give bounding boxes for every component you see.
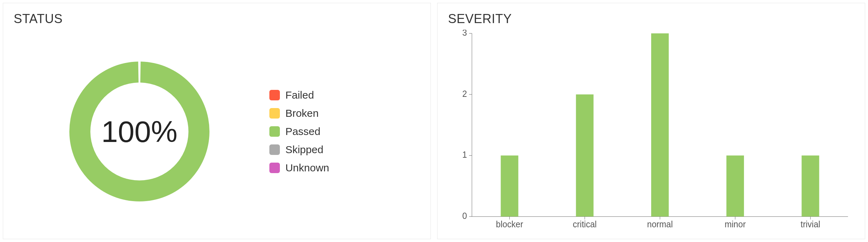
bar-blocker [501,156,518,217]
legend-swatch-icon [269,126,280,137]
bar-minor [726,156,744,217]
y-tick-label: 0 [462,211,467,220]
x-tick-label: minor [725,219,746,229]
legend-label: Skipped [285,144,323,156]
bar-normal [651,33,669,216]
legend-label: Unknown [285,162,329,174]
status-panel-body: 100% FailedBrokenPassedSkippedUnknown [13,30,421,233]
severity-panel-body: 0123blockercriticalnormalminortrivial [447,30,855,233]
y-tick-label: 2 [462,89,467,98]
x-tick-label: normal [647,219,673,229]
y-tick-label: 3 [462,30,467,37]
status-panel-title: STATUS [14,12,421,26]
legend-label: Passed [285,126,321,137]
x-tick-label: trivial [800,219,820,229]
legend-item-failed[interactable]: Failed [269,89,421,101]
legend-label: Broken [285,107,319,119]
bar-critical [576,94,593,216]
x-tick-label: blocker [496,219,523,229]
bar-trivial [801,156,819,217]
dashboard: STATUS 100% FailedBrokenPassedSkippedUnk… [0,0,868,242]
legend-item-passed[interactable]: Passed [269,126,421,137]
legend-label: Failed [285,89,314,101]
severity-bar-chart: 0123blockercriticalnormalminortrivial [447,30,855,233]
legend-item-unknown[interactable]: Unknown [269,162,421,174]
severity-panel: SEVERITY 0123blockercriticalnormalminort… [437,3,865,239]
status-center-label: 100% [101,115,177,148]
legend-item-broken[interactable]: Broken [269,107,421,119]
legend-item-skipped[interactable]: Skipped [269,144,421,156]
legend-swatch-icon [269,90,280,100]
legend-swatch-icon [269,144,280,155]
legend-swatch-icon [269,108,280,119]
y-tick-label: 1 [462,150,467,159]
status-donut-area: 100% [13,30,266,233]
status-panel: STATUS 100% FailedBrokenPassedSkippedUnk… [3,3,431,239]
x-tick-label: critical [573,219,597,229]
status-donut-chart: 100% [52,44,227,219]
legend-swatch-icon [269,163,280,173]
status-legend: FailedBrokenPassedSkippedUnknown [266,89,421,174]
severity-panel-title: SEVERITY [448,12,855,26]
